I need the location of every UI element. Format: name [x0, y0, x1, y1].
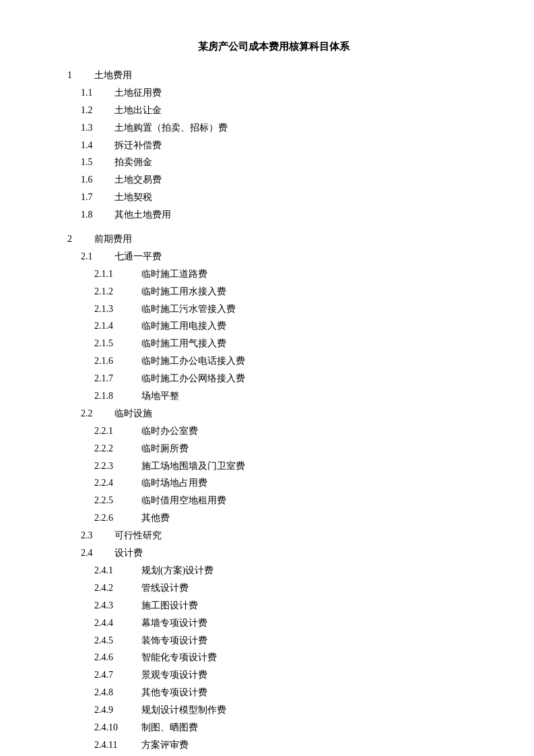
list-item: 1土地费用 — [67, 67, 480, 84]
list-item: 2.4设计费 — [67, 544, 480, 562]
list-item: 2.2.2临时厕所费 — [67, 440, 480, 458]
item-text: 临时场地占用费 — [141, 474, 207, 492]
list-item: 2.1七通一平费 — [67, 248, 480, 265]
item-text: 规划设计模型制作费 — [141, 701, 226, 719]
list-item: 2.4.8其他专项设计费 — [67, 684, 480, 701]
item-text: 土地交易费 — [114, 171, 162, 189]
item-text: 土地契税 — [114, 189, 152, 206]
list-item: 2前期费用 — [67, 230, 480, 248]
item-text: 土地征用费 — [114, 84, 162, 102]
item-text: 土地出让金 — [114, 102, 162, 119]
list-item: 2.4.6智能化专项设计费 — [67, 649, 480, 666]
page-title: 某房产公司成本费用核算科目体系 — [67, 40, 480, 53]
item-text: 土地费用 — [94, 67, 132, 84]
list-item: 2.3可行性研究 — [67, 527, 480, 544]
item-number: 1.4 — [81, 137, 114, 154]
list-item: 2.4.9规划设计模型制作费 — [67, 701, 480, 719]
list-item: 1.6土地交易费 — [67, 171, 480, 189]
list-item: 2.4.1规划(方案)设计费 — [67, 562, 480, 579]
list-item: 1.4拆迁补偿费 — [67, 137, 480, 154]
item-text: 施工图设计费 — [141, 597, 198, 615]
list-item: 2.1.4临时施工用电接入费 — [67, 317, 480, 335]
list-item: 1.2土地出让金 — [67, 102, 480, 119]
item-number: 2.1.2 — [94, 283, 141, 301]
item-text: 拍卖佣金 — [114, 154, 152, 171]
item-number: 2.2.3 — [94, 458, 141, 475]
item-text: 临时施工用气接入费 — [141, 335, 226, 352]
item-number: 2.3 — [81, 527, 114, 544]
item-text: 拆迁补偿费 — [114, 137, 162, 154]
list-item: 2.2.5临时借用空地租用费 — [67, 492, 480, 509]
list-item: 2.4.11方案评审费 — [67, 736, 480, 754]
item-text: 临时设施 — [114, 405, 152, 422]
list-item: 2.4.2管线设计费 — [67, 579, 480, 597]
item-number: 1.6 — [81, 171, 114, 189]
item-number: 2.2.6 — [94, 509, 141, 527]
list-item: 2.1.8场地平整 — [67, 387, 480, 405]
item-number: 2.2 — [81, 405, 114, 422]
item-number: 1.2 — [81, 102, 114, 119]
item-number: 2.1.6 — [94, 352, 141, 370]
item-text: 临时施工办公电话接入费 — [141, 352, 245, 370]
item-text: 装饰专项设计费 — [141, 632, 207, 650]
list-item: 2.2.4临时场地占用费 — [67, 474, 480, 492]
item-number: 2.4.2 — [94, 579, 141, 597]
item-number: 2.4.9 — [94, 701, 141, 719]
list-item: 2.1.3临时施工污水管接入费 — [67, 301, 480, 318]
list-item: 2.2.3施工场地围墙及门卫室费 — [67, 458, 480, 475]
item-text: 施工场地围墙及门卫室费 — [141, 458, 245, 475]
item-text: 临时借用空地租用费 — [141, 492, 226, 509]
item-text: 制图、晒图费 — [141, 719, 198, 736]
item-number: 2.4.1 — [94, 562, 141, 579]
item-text: 设计费 — [114, 544, 143, 562]
item-number: 1.5 — [81, 154, 114, 171]
list-item: 2.4.3施工图设计费 — [67, 597, 480, 615]
item-number: 2.1.7 — [94, 370, 141, 387]
item-text: 土地购置（拍卖、招标）费 — [114, 119, 228, 137]
item-number: 2.2.1 — [94, 422, 141, 440]
item-text: 临时施工用水接入费 — [141, 283, 226, 301]
item-number: 2.4 — [81, 544, 114, 562]
item-number: 2.4.11 — [94, 736, 141, 754]
list-item: 1.8其他土地费用 — [67, 206, 480, 224]
list-item: 2.1.1临时施工道路费 — [67, 265, 480, 283]
item-text: 临时施工污水管接入费 — [141, 301, 236, 318]
content: 1土地费用1.1土地征用费1.2土地出让金1.3土地购置（拍卖、招标）费1.4拆… — [67, 67, 480, 756]
item-number: 2.4.4 — [94, 615, 141, 632]
list-item: 2.4.4幕墙专项设计费 — [67, 615, 480, 632]
item-number: 2.4.6 — [94, 649, 141, 666]
item-number: 2.1.3 — [94, 301, 141, 318]
item-text: 临时办公室费 — [141, 422, 198, 440]
item-text: 其他费 — [141, 509, 170, 527]
item-text: 临时施工道路费 — [141, 265, 207, 283]
list-item: 1.3土地购置（拍卖、招标）费 — [67, 119, 480, 137]
item-text: 前期费用 — [94, 230, 132, 248]
item-text: 场地平整 — [141, 387, 179, 405]
list-item: 2.4.5装饰专项设计费 — [67, 632, 480, 650]
list-item: 2.1.7临时施工办公网络接入费 — [67, 370, 480, 387]
item-text: 幕墙专项设计费 — [141, 615, 207, 632]
item-number: 2.4.8 — [94, 684, 141, 701]
item-number: 1 — [67, 67, 94, 84]
list-item: 2.1.6临时施工办公电话接入费 — [67, 352, 480, 370]
list-item: 1.7土地契税 — [67, 189, 480, 206]
item-number: 2.4.5 — [94, 632, 141, 650]
list-item: 2.4.7景观专项设计费 — [67, 666, 480, 684]
item-text: 方案评审费 — [141, 736, 189, 754]
list-item: 2.1.5临时施工用气接入费 — [67, 335, 480, 352]
item-number: 2.1.5 — [94, 335, 141, 352]
list-item: 2.2.1临时办公室费 — [67, 422, 480, 440]
item-text: 景观专项设计费 — [141, 666, 207, 684]
item-number: 1.3 — [81, 119, 114, 137]
list-item: 2.4.10制图、晒图费 — [67, 719, 480, 736]
item-number: 2.4.10 — [94, 719, 141, 736]
item-number: 2.4.3 — [94, 597, 141, 615]
item-number: 1.7 — [81, 189, 114, 206]
item-text: 可行性研究 — [114, 527, 162, 544]
item-text: 其他土地费用 — [114, 206, 171, 224]
item-text: 临时施工办公网络接入费 — [141, 370, 245, 387]
item-number: 2 — [67, 230, 94, 248]
item-number: 2.2.4 — [94, 474, 141, 492]
item-number: 2.1.8 — [94, 387, 141, 405]
item-number: 1.8 — [81, 206, 114, 224]
